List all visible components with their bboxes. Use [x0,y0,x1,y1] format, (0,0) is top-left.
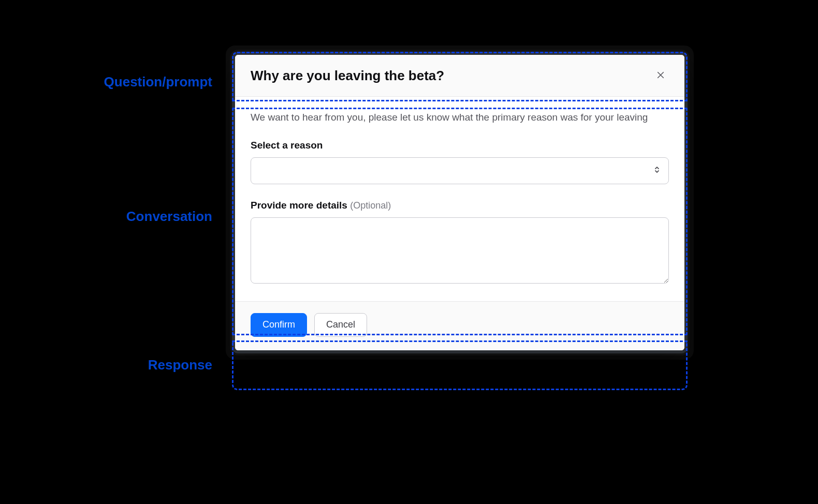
modal-footer: Confirm Cancel [235,301,684,350]
close-icon [656,70,665,81]
close-button[interactable] [652,67,669,84]
details-textarea[interactable] [251,217,669,284]
reason-select[interactable] [251,157,669,184]
modal-header: Why are you leaving the beta? [235,55,684,97]
modal-body: We want to hear from you, please let us … [235,97,684,301]
confirm-button[interactable]: Confirm [251,313,307,337]
annotation-response: Response [57,357,212,373]
details-label-optional: (Optional) [350,200,391,211]
reason-select-wrap [251,157,669,184]
modal-description: We want to hear from you, please let us … [251,110,669,125]
details-label-main: Provide more details [251,200,347,211]
reason-label: Select a reason [251,140,669,151]
details-label: Provide more details (Optional) [251,200,669,211]
cancel-button[interactable]: Cancel [314,313,367,337]
modal-title: Why are you leaving the beta? [251,68,444,84]
annotation-conversation: Conversation [57,209,212,225]
modal-dialog: Why are you leaving the beta? We want to… [232,52,688,353]
annotation-question-prompt: Question/prompt [57,74,212,90]
